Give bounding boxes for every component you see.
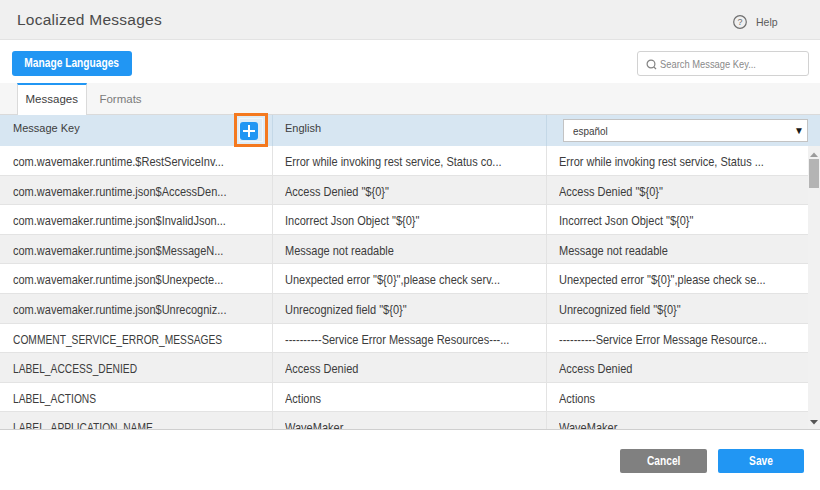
svg-text:?: ?: [737, 17, 742, 27]
